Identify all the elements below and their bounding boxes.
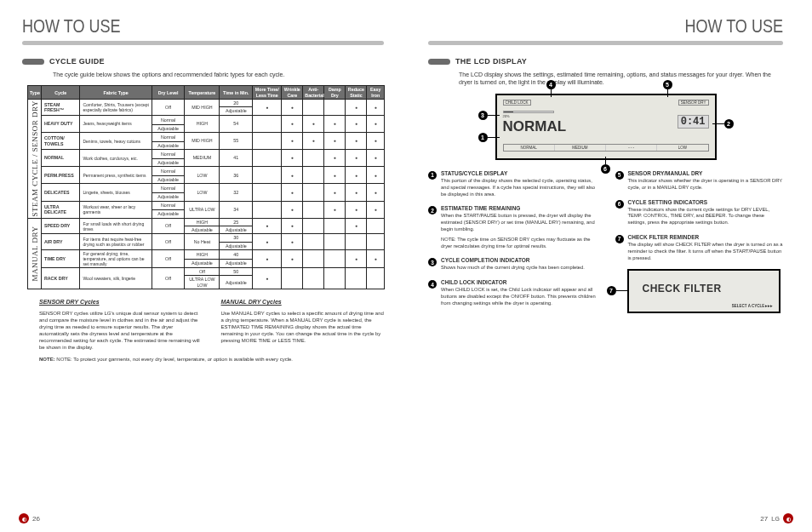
td: Normal xyxy=(152,201,185,210)
dot-icon xyxy=(282,167,303,184)
callout-5: 5 xyxy=(663,80,672,89)
p: Use MANUAL DRY cycles to select a specif… xyxy=(221,310,385,344)
td: 54 xyxy=(220,115,253,132)
th: Time in Min. xyxy=(220,86,253,100)
explain-item: 4CHILD LOCK INDICATORWhen CHILD LOCK is … xyxy=(428,279,597,306)
td xyxy=(253,150,282,167)
lcd-time: 0:41 xyxy=(678,115,709,129)
td: For general drying; time, temperature, a… xyxy=(80,250,152,268)
td: ULTRA LOW LOW xyxy=(185,276,220,289)
td: For items that require heat-free drying … xyxy=(80,234,152,250)
p: SENSOR DRY cycles utilize LG's unique du… xyxy=(39,310,203,352)
pagenum: 27 xyxy=(760,515,768,523)
td: 41 xyxy=(220,150,253,167)
pill-icon xyxy=(22,59,44,65)
td: Adjustable xyxy=(185,259,220,268)
explain-item: 2ESTIMATED TIME REMAININGWhen the START/… xyxy=(428,205,597,249)
th: Type xyxy=(28,86,42,100)
section-header: THE LCD DISPLAY xyxy=(428,57,783,66)
dot-icon xyxy=(324,150,346,167)
td: TIME DRY xyxy=(41,250,80,268)
td: HIGH xyxy=(185,115,220,132)
explain-item: 7CHECK FILTER REMINDERThe display will s… xyxy=(615,234,784,261)
lg-logo-icon: ◐ xyxy=(19,513,29,523)
dot-icon xyxy=(346,218,367,234)
lcd-cycle-label: NORMAL xyxy=(503,118,567,135)
h5: SENSOR DRY/MANUAL DRY xyxy=(628,170,784,176)
td: Jeans, heavyweight items xyxy=(80,115,152,132)
td xyxy=(324,250,346,268)
dot-icon xyxy=(282,150,303,167)
lcd-childlock: CHILD LOCK xyxy=(503,100,531,106)
td xyxy=(324,218,346,234)
callout-4: 4 xyxy=(546,80,556,89)
leader-line xyxy=(667,89,668,97)
td: 40 xyxy=(220,250,253,260)
td: Adjustable xyxy=(152,141,185,149)
h5: STATUS/CYCLE DISPLAY xyxy=(441,170,597,176)
dot-icon xyxy=(367,115,385,132)
th: Reduce Static xyxy=(346,86,367,100)
table-row: AIR DRY For items that require heat-free… xyxy=(28,234,385,242)
p: When CHILD LOCK is set, the Child Lock i… xyxy=(441,287,597,306)
td: MID HIGH xyxy=(185,132,220,149)
td xyxy=(303,250,324,268)
td xyxy=(282,268,303,289)
td: DELICATES xyxy=(41,184,80,201)
leader-line xyxy=(551,89,552,97)
td: For small loads with short drying times xyxy=(80,218,152,234)
td: LOW xyxy=(185,184,220,201)
lcd-diagram: CHILD LOCK SENSOR DRY 20% NORMAL 0:41 NO… xyxy=(495,94,717,160)
td: Workout wear, sheer or lacy garments xyxy=(80,201,152,218)
table-row: HEAVY DUTY Jeans, heavyweight items Norm… xyxy=(28,115,385,124)
cat-manual: MANUAL DRY xyxy=(28,218,42,289)
td: Off xyxy=(152,218,185,234)
th: More Time/ Less Time xyxy=(253,86,282,100)
page-26: HOW TO USE CYCLE GUIDE The cycle guide b… xyxy=(0,0,406,532)
td: Adjustable xyxy=(220,259,253,268)
dot-icon xyxy=(346,132,367,149)
dot-icon xyxy=(253,100,282,116)
dot-icon xyxy=(324,132,346,149)
td xyxy=(303,167,324,184)
table-row: STEAM CYCLE / SENSOR DRY STEAM FRESH™ Co… xyxy=(28,100,385,107)
td: STEAM FRESH™ xyxy=(41,100,80,116)
page-27: HOW TO USE THE LCD DISPLAY The LCD displ… xyxy=(406,0,812,532)
table-row: NORMAL Work clothes, corduroys, etc. Nor… xyxy=(28,150,385,159)
p-note: NOTE: The cycle time on SENSOR DRY cycle… xyxy=(441,237,597,250)
dot-icon xyxy=(253,234,282,250)
dot-icon xyxy=(367,100,385,116)
table-row: ULTRA DELICATE Workout wear, sheer or la… xyxy=(28,201,385,210)
td: COTTON/ TOWELS xyxy=(41,132,80,149)
td xyxy=(367,268,385,289)
page-number-right: ◐ LG 27 xyxy=(760,513,793,523)
masthead-left: HOW TO USE xyxy=(22,15,319,37)
num-badge: 1 xyxy=(428,171,437,180)
td: Adjustable xyxy=(152,193,185,201)
td xyxy=(303,150,324,167)
td xyxy=(253,132,282,149)
td: Adjustable xyxy=(220,276,253,289)
cat-steam: STEAM CYCLE / SENSOR DRY xyxy=(28,100,42,219)
cycle-table: Type Cycle Fabric Type Dry Level Tempera… xyxy=(27,85,385,289)
th: Easy Iron xyxy=(367,86,385,100)
dot-icon xyxy=(282,184,303,201)
lcd-setting: - - - xyxy=(606,145,657,151)
td: Normal xyxy=(152,115,185,124)
p: This indicator shows whether the dryer i… xyxy=(628,178,784,192)
th: Dry Level xyxy=(152,86,185,100)
dot-icon xyxy=(346,201,367,218)
table-row: DELICATES Lingerie, sheets, blouses Norm… xyxy=(28,184,385,193)
td: Adjustable xyxy=(185,226,220,234)
td: Lingerie, sheets, blouses xyxy=(80,184,152,201)
p: This portion of the display shows the se… xyxy=(441,178,597,197)
h5: CYCLE COMPLETION INDICATOR xyxy=(441,257,585,263)
td: 34 xyxy=(220,201,253,218)
td: Off xyxy=(185,268,220,276)
h5: CHECK FILTER REMINDER xyxy=(628,234,784,240)
td: Normal xyxy=(152,167,185,176)
dot-icon xyxy=(367,250,385,268)
dot-icon xyxy=(282,132,303,149)
dot-icon xyxy=(282,115,303,132)
td: Adjustable xyxy=(152,158,185,166)
